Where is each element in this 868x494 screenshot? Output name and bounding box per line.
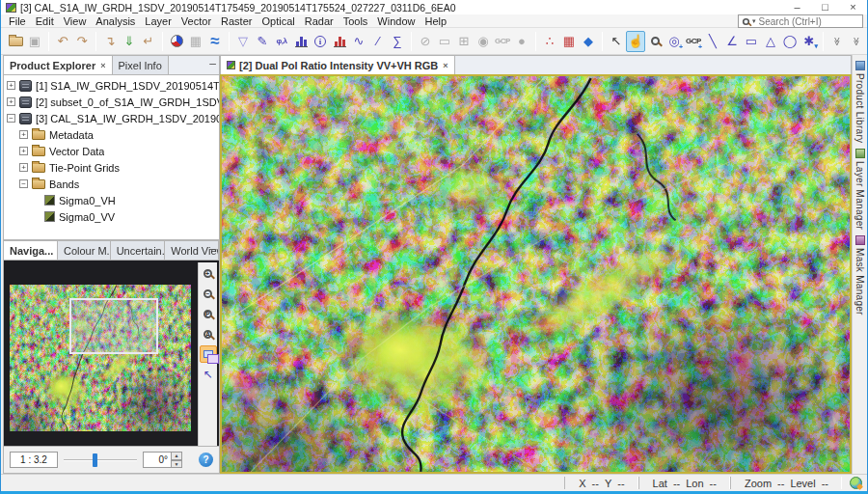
menu-optical[interactable]: Optical bbox=[257, 14, 299, 28]
minimize-pane-button[interactable]: – bbox=[209, 244, 216, 254]
tree-node-product[interactable]: +[1] S1A_IW_GRDH_1SDV_20190514T175459_20… bbox=[4, 77, 219, 94]
scatter-plot-button[interactable]: ∕ bbox=[368, 31, 388, 52]
explorer-tab-pixel-info[interactable]: Pixel Info bbox=[113, 56, 169, 74]
zoom-tool-button[interactable] bbox=[645, 31, 665, 52]
sidebar-tab-product-library[interactable]: Product Library bbox=[854, 61, 865, 143]
tree-node-bands[interactable]: −Bands bbox=[4, 176, 219, 192]
magic-wand-tool-button[interactable]: ✱▾ bbox=[800, 31, 819, 52]
zoom-ratio-field[interactable]: 1 : 3.2 bbox=[10, 452, 58, 468]
nav-tab-uncertain[interactable]: Uncertain... bbox=[111, 241, 166, 260]
rotation-spinner[interactable]: 0° ▲ ▼ bbox=[143, 452, 182, 468]
no-data-overlay-button[interactable]: ⊘ bbox=[416, 31, 435, 52]
drawing-tool-button[interactable]: ✎ bbox=[253, 31, 272, 52]
menu-analysis[interactable]: Analysis bbox=[91, 14, 140, 28]
menu-tools[interactable]: Tools bbox=[339, 14, 373, 28]
search-input[interactable] bbox=[759, 16, 848, 27]
selection-tool-button[interactable]: ↖ bbox=[607, 31, 626, 52]
geo-coords-button[interactable]: φ,λ bbox=[272, 31, 291, 52]
open-product-button[interactable] bbox=[6, 31, 25, 52]
polygon-tool-button[interactable]: △ bbox=[761, 31, 780, 52]
minimize-button[interactable]: – bbox=[783, 0, 811, 14]
zoom-slider[interactable] bbox=[64, 453, 137, 467]
zoom-out-button[interactable]: − bbox=[200, 285, 217, 302]
save-session-button[interactable]: ⇓ bbox=[120, 31, 139, 52]
open-rgb-image-button[interactable] bbox=[167, 31, 186, 52]
rotation-value[interactable]: 0° bbox=[143, 452, 172, 468]
explorer-tab-product-explorer[interactable]: Product Explorer× bbox=[4, 56, 113, 74]
geometry-overlay-button[interactable]: ● bbox=[512, 31, 531, 52]
close-tab-icon[interactable]: × bbox=[443, 61, 448, 70]
image-tab-dual-pol-ratio-intensity-vv-vh-rgb[interactable]: [2] Dual Pol Ratio Intensity VV+VH RGB× bbox=[221, 56, 455, 74]
tree-node-tie-point-grids[interactable]: +Tie-Point Grids bbox=[4, 159, 219, 176]
nav-tab-naviga[interactable]: Naviga...× bbox=[4, 241, 58, 260]
sidebar-tab-layer-manager[interactable]: Layer Manager bbox=[854, 149, 865, 230]
graticule-overlay-button[interactable]: ⊞ bbox=[454, 31, 474, 52]
menu-window[interactable]: Window bbox=[372, 14, 420, 28]
menu-layer[interactable]: Layer bbox=[140, 14, 176, 28]
menu-help[interactable]: Help bbox=[420, 14, 451, 28]
wwu-polygon-button[interactable]: ▽ bbox=[233, 31, 253, 52]
polyline-tool-button[interactable]: ∠ bbox=[722, 31, 742, 52]
rectangle-tool-button[interactable]: ▭ bbox=[742, 31, 761, 52]
nav-tab-colour-m[interactable]: Colour M... bbox=[58, 241, 111, 260]
overflow-1-button[interactable]: ≫ bbox=[827, 31, 847, 52]
gcp-overlay-button[interactable]: GCP bbox=[493, 31, 512, 52]
tree-node-vector-data[interactable]: +Vector Data bbox=[4, 143, 219, 159]
ocean-tools-button[interactable]: ≈ bbox=[205, 31, 225, 52]
pin-placing-tool-button[interactable]: ◎+ bbox=[665, 31, 684, 52]
close-session-button[interactable]: ↵ bbox=[139, 31, 158, 52]
pin-overlay-button[interactable]: ◉ bbox=[474, 31, 493, 52]
redo-button[interactable]: ↷ bbox=[72, 31, 92, 52]
information-button[interactable]: i bbox=[311, 31, 330, 52]
sync-cursor-button[interactable]: ↖ bbox=[200, 366, 217, 383]
undo-button[interactable]: ↶ bbox=[53, 31, 72, 52]
expand-handle[interactable]: + bbox=[19, 163, 28, 172]
save-product-button[interactable]: ▣ bbox=[25, 31, 44, 52]
viewport-rectangle[interactable] bbox=[69, 298, 158, 354]
globe-icon[interactable] bbox=[850, 477, 862, 489]
menu-view[interactable]: View bbox=[59, 14, 92, 28]
sum-button[interactable]: ∑ bbox=[388, 31, 407, 52]
expand-handle[interactable]: + bbox=[7, 81, 15, 90]
tree-node-sigma0-vh[interactable]: Sigma0_VH bbox=[4, 192, 219, 208]
histogram-button[interactable] bbox=[291, 31, 311, 52]
overflow-2-button[interactable]: ≫ bbox=[847, 31, 866, 52]
cow-button[interactable]: ◆ bbox=[579, 31, 598, 52]
zoom-in-button[interactable]: + bbox=[200, 264, 217, 282]
overflow-3-button[interactable]: ≫ bbox=[866, 31, 867, 52]
rotation-up-button[interactable]: ▲ bbox=[172, 452, 182, 460]
mask-overlay-button[interactable]: ▭ bbox=[435, 31, 454, 52]
collapse-handle[interactable]: − bbox=[19, 179, 28, 188]
tree-node-product[interactable]: +[2] subset_0_of_S1A_IW_GRDH_1SDV_201905… bbox=[4, 94, 219, 110]
tree-node-metadata[interactable]: +Metadata bbox=[4, 126, 219, 143]
close-button[interactable]: × bbox=[839, 0, 867, 14]
menu-radar[interactable]: Radar bbox=[300, 14, 339, 28]
menu-edit[interactable]: Edit bbox=[31, 14, 59, 28]
line-tool-button[interactable]: ╲ bbox=[703, 31, 722, 52]
open-session-button[interactable]: ↴ bbox=[100, 31, 120, 52]
image-canvas[interactable] bbox=[220, 74, 852, 474]
zoom-pixel-button[interactable]: P bbox=[200, 305, 217, 322]
expand-handle[interactable]: + bbox=[19, 130, 28, 139]
maximize-button[interactable]: □ bbox=[811, 0, 839, 14]
sync-view-button[interactable] bbox=[200, 345, 217, 363]
menu-vector[interactable]: Vector bbox=[176, 14, 216, 28]
tree-node-sigma0-vv[interactable]: Sigma0_VV bbox=[4, 208, 219, 225]
pan-tool-button[interactable]: ☝ bbox=[626, 31, 645, 52]
sidebar-tab-mask-manager[interactable]: Mask Manager bbox=[854, 235, 865, 316]
close-tab-icon[interactable]: × bbox=[100, 61, 105, 70]
image-view-button[interactable]: ▦ bbox=[186, 31, 205, 52]
profile-plot-button[interactable]: ∿ bbox=[349, 31, 368, 52]
collapse-handle[interactable]: − bbox=[7, 114, 15, 123]
zoom-all-button[interactable]: A bbox=[200, 325, 217, 343]
search-box[interactable]: ▾ bbox=[738, 14, 863, 28]
statistics-button[interactable] bbox=[330, 31, 349, 52]
expand-handle[interactable]: + bbox=[19, 147, 28, 155]
help-button[interactable]: ? bbox=[199, 453, 213, 467]
batch-processing-button[interactable]: ▦ bbox=[559, 31, 579, 52]
navigation-canvas[interactable]: +−PA↖ bbox=[3, 260, 220, 447]
ellipse-tool-button[interactable]: ◯ bbox=[780, 31, 800, 52]
minimize-pane-button[interactable]: – bbox=[209, 59, 216, 69]
rotation-down-button[interactable]: ▼ bbox=[172, 460, 182, 469]
menu-file[interactable]: File bbox=[4, 14, 31, 28]
